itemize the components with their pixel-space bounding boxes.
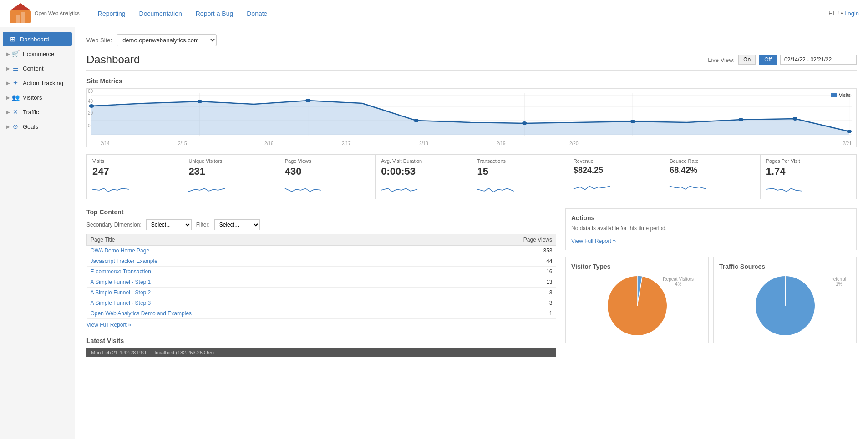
svg-marker-15 — [91, 101, 849, 135]
action-arrow: ▶ — [6, 81, 10, 86]
sparkline-visits — [92, 180, 129, 194]
y-label-60: 60 — [88, 89, 93, 94]
chart-legend: Visits — [831, 92, 851, 98]
table-row: A Simple Funnel - Step 23 — [87, 288, 556, 298]
metric-card-page-views: Page Views 430 — [279, 155, 376, 199]
actions-view-full[interactable]: View Full Report » — [571, 238, 616, 244]
page-title-cell[interactable]: A Simple Funnel - Step 3 — [87, 298, 438, 308]
page-title-cell[interactable]: OWA Demo Home Page — [87, 246, 438, 256]
metric-value-bounce: 68.42% — [670, 166, 754, 175]
traffic-sources-title: Traffic Sources — [719, 263, 851, 270]
page-views-cell: 1 — [438, 308, 556, 319]
site-select-dropdown[interactable]: demo.openwebanalytics.com — [117, 34, 217, 46]
table-row: Javascript Tracker Example44 — [87, 256, 556, 267]
visitor-types-panel: Visitor Types — [565, 257, 709, 343]
content-table: Page Title Page Views OWA Demo Home Page… — [86, 234, 556, 319]
latest-visits-title: Latest Visits — [86, 337, 556, 344]
sparkline-bounce — [670, 178, 706, 192]
svg-rect-2 — [16, 15, 20, 23]
table-row: OWA Demo Home Page353 — [87, 246, 556, 256]
sidebar-item-ecommerce[interactable]: ▶ 🛒 Ecommerce — [0, 46, 75, 61]
table-row: E-commerce Transaction16 — [87, 267, 556, 277]
page-views-cell: 3 — [438, 288, 556, 298]
visitor-traffic-section: Visitor Types — [565, 257, 857, 343]
metric-name-ppv: Pages Per Visit — [766, 158, 851, 164]
site-metrics-title: Site Metrics — [86, 77, 857, 85]
nav-donate[interactable]: Donate — [247, 8, 267, 20]
table-row: A Simple Funnel - Step 33 — [87, 298, 556, 308]
top-content-title: Top Content — [86, 208, 556, 216]
legend-label-visits: Visits — [839, 92, 851, 98]
secondary-dimension-label: Secondary Dimension: — [86, 222, 142, 228]
filter-label: Filter: — [196, 222, 210, 228]
page-views-cell: 44 — [438, 256, 556, 267]
page-views-cell: 3 — [438, 298, 556, 308]
dashboard-header: Dashboard Live View: On Off — [86, 53, 857, 71]
svg-point-21 — [630, 120, 635, 123]
repeat-visitors-label: Repeat Visitors 4% — [663, 277, 694, 287]
metric-value-unique: 231 — [188, 166, 273, 177]
latest-visit-entry: Mon Feb 21 4:42:28 PST — localhost (182.… — [86, 348, 556, 357]
logo-icon — [9, 2, 32, 25]
traffic-sources-panel: Traffic Sources — [713, 257, 857, 343]
sidebar-label-dashboard: Dashboard — [20, 36, 49, 43]
live-view-on-button[interactable]: On — [738, 55, 756, 65]
metric-card-transactions: Transactions 15 — [472, 155, 568, 199]
page-title-cell[interactable]: E-commerce Transaction — [87, 267, 438, 277]
sidebar-item-traffic[interactable]: ▶ ✕ Traffic — [0, 105, 75, 119]
page-title-cell[interactable]: Open Web Analytics Demo and Examples — [87, 308, 438, 319]
nav-report-bug[interactable]: Report a Bug — [196, 8, 233, 20]
secondary-dimension-select[interactable]: Select... — [146, 219, 192, 230]
sidebar-item-visitors[interactable]: ▶ 👥 Visitors — [0, 90, 75, 105]
ecommerce-icon: 🛒 — [12, 50, 19, 57]
metric-name-transactions: Transactions — [477, 158, 562, 164]
metric-value-duration: 0:00:53 — [381, 166, 466, 177]
x-label-216: 2/16 — [264, 141, 273, 146]
top-content-section: Top Content Secondary Dimension: Select.… — [86, 208, 556, 328]
metric-card-pages-per-visit: Pages Per Visit 1.74 — [761, 155, 856, 199]
table-row: A Simple Funnel - Step 113 — [87, 277, 556, 288]
page-title-cell[interactable]: Javascript Tracker Example — [87, 256, 438, 267]
svg-point-20 — [522, 121, 527, 125]
action-icon: ✦ — [12, 79, 19, 86]
x-label-215: 2/15 — [178, 141, 187, 146]
logo[interactable]: Open Web Analytics — [9, 2, 80, 25]
page-title-cell[interactable]: A Simple Funnel - Step 2 — [87, 288, 438, 298]
sidebar-label-goals: Goals — [23, 123, 38, 130]
sparkline-duration — [381, 180, 417, 194]
content-icon: ☰ — [12, 65, 19, 72]
page-title-cell[interactable]: A Simple Funnel - Step 1 — [87, 277, 438, 288]
legend-color-visits — [831, 93, 837, 97]
visits-chart — [91, 93, 852, 143]
top-content-view-full[interactable]: View Full Report » — [86, 322, 131, 328]
filter-select[interactable]: Select... — [214, 219, 260, 230]
sidebar-item-goals[interactable]: ▶ ⊙ Goals — [0, 119, 75, 134]
metric-card-visits: Visits 247 — [87, 155, 183, 199]
svg-point-19 — [414, 119, 419, 122]
login-link[interactable]: Login — [844, 10, 859, 17]
svg-point-18 — [305, 99, 310, 102]
sidebar-item-content[interactable]: ▶ ☰ Content — [0, 61, 75, 76]
right-column: Actions No data is available for this ti… — [565, 208, 857, 357]
nav-documentation[interactable]: Documentation — [139, 8, 182, 20]
live-view-area: Live View: On Off — [708, 55, 857, 65]
date-range-input[interactable] — [780, 55, 857, 65]
metric-value-transactions: 15 — [477, 166, 562, 177]
sidebar-item-action-tracking[interactable]: ▶ ✦ Action Tracking — [0, 76, 75, 90]
page-views-cell: 353 — [438, 246, 556, 256]
left-column: Top Content Secondary Dimension: Select.… — [86, 208, 556, 357]
sidebar-label-ecommerce: Ecommerce — [23, 50, 54, 57]
nav-reporting[interactable]: Reporting — [98, 8, 126, 20]
metric-card-revenue: Revenue $824.25 — [568, 155, 664, 199]
actions-no-data: No data is available for this time perio… — [571, 225, 851, 232]
live-view-off-button[interactable]: Off — [759, 55, 777, 65]
visitor-types-title: Visitor Types — [571, 263, 703, 270]
sparkline-transactions — [477, 180, 514, 194]
y-label-40: 40 — [88, 99, 93, 104]
traffic-sources-chart: referral 1% — [719, 274, 851, 338]
metric-name-duration: Avg. Visit Duration — [381, 158, 466, 164]
metric-cards: Visits 247 Unique Visitors 231 Page View… — [86, 154, 857, 199]
traffic-icon: ✕ — [12, 108, 19, 116]
sidebar-item-dashboard[interactable]: ⊞ Dashboard — [3, 32, 72, 46]
x-label-218: 2/18 — [419, 141, 428, 146]
